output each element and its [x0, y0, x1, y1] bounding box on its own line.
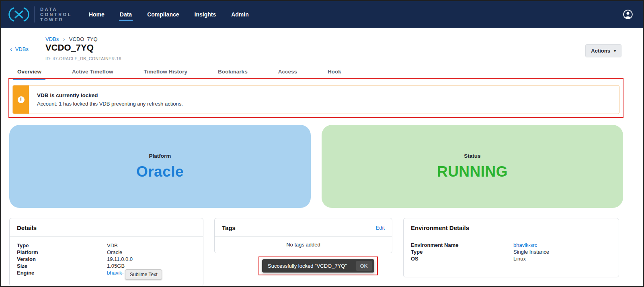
- environment-card-title: Environment Details: [404, 218, 619, 236]
- breadcrumb: VDBs › VCDO_7YQ: [45, 36, 98, 42]
- page-title: VCDO_7YQ: [45, 43, 94, 53]
- chevron-down-icon: ▾: [614, 49, 616, 53]
- detail-value: 19.11.0.0.0: [107, 256, 133, 263]
- top-navbar: DATA CONTROL TOWER Home Data Compliance …: [1, 1, 643, 28]
- details-card-title: Details: [10, 218, 203, 237]
- detail-row-size: Size 1.05GB: [17, 263, 196, 269]
- environment-name-link[interactable]: bhavik-src: [513, 242, 537, 248]
- brand-divider: [34, 6, 35, 22]
- breadcrumb-separator-icon: ›: [63, 36, 65, 42]
- sublime-text-tooltip: Sublime Text: [125, 269, 162, 280]
- detail-label: Version: [17, 256, 107, 263]
- platform-card-value: Oracle: [136, 163, 184, 180]
- detail-value: Oracle: [107, 249, 122, 256]
- detail-value: 1.05GB: [107, 263, 125, 269]
- breadcrumb-current: VCDO_7YQ: [69, 36, 98, 42]
- detail-label: Size: [17, 263, 107, 269]
- status-card-label: Status: [464, 153, 480, 159]
- detail-label: Platform: [17, 249, 107, 256]
- brand-line-3: TOWER: [40, 17, 72, 22]
- delphix-logo-icon[interactable]: [8, 6, 29, 23]
- nav-item-compliance[interactable]: Compliance: [146, 8, 180, 21]
- main-nav: Home Data Compliance Insights Admin: [88, 1, 250, 28]
- toast-ok-button[interactable]: OK: [356, 261, 372, 271]
- env-label: Environment Name: [411, 242, 513, 248]
- env-row-name: Environment Name bhavik-src: [411, 242, 611, 248]
- tags-empty-text: No tags added: [215, 237, 392, 252]
- nav-item-home[interactable]: Home: [88, 8, 105, 21]
- breadcrumb-root-link[interactable]: VDBs: [45, 36, 59, 42]
- page-id-label: ID: 47-ORACLE_DB_CONTAINER-16: [45, 56, 121, 61]
- engine-link[interactable]: bhavik-: [107, 269, 124, 276]
- env-value: Single Instance: [513, 248, 549, 255]
- tags-edit-link[interactable]: Edit: [376, 225, 385, 231]
- env-row-type: Type Single Instance: [411, 248, 611, 255]
- status-card-value: RUNNING: [437, 163, 508, 180]
- platform-card-label: Platform: [149, 153, 171, 159]
- nav-item-insights[interactable]: Insights: [194, 8, 217, 21]
- actions-button-label: Actions: [591, 48, 610, 54]
- tags-card: Tags Edit No tags added: [214, 218, 392, 253]
- environment-details-card: Environment Details Environment Name bha…: [403, 218, 619, 277]
- detail-row-version: Version 19.11.0.0.0: [17, 256, 196, 263]
- platform-card: Platform Oracle: [9, 125, 311, 208]
- brand-line-2: CONTROL: [40, 12, 72, 17]
- detail-row-platform: Platform Oracle: [17, 249, 196, 256]
- env-label: OS: [411, 255, 513, 262]
- chevron-left-icon: ‹: [10, 47, 12, 52]
- exclamation-icon: !: [18, 96, 25, 103]
- app-window: DATA CONTROL TOWER Home Data Compliance …: [0, 0, 644, 287]
- alert-annotation-box: ! VDB is currently locked Account: 1 has…: [8, 78, 623, 118]
- nav-item-admin[interactable]: Admin: [230, 8, 250, 21]
- env-label: Type: [411, 248, 513, 255]
- alert-message: Account: 1 has locked this VDB preventin…: [37, 101, 183, 107]
- back-link-label: VDBs: [15, 46, 29, 52]
- detail-value: VDB: [107, 242, 118, 249]
- toast-annotation-box: Successfully locked "VCDO_7YQ" OK: [258, 256, 378, 275]
- summary-cards: Platform Oracle Status RUNNING: [9, 125, 623, 208]
- brand-line-1: DATA: [40, 7, 72, 12]
- detail-label: Engine: [17, 269, 107, 276]
- success-toast: Successfully locked "VCDO_7YQ" OK: [262, 259, 374, 273]
- alert-title: VDB is currently locked: [37, 92, 183, 98]
- vdb-locked-alert: ! VDB is currently locked Account: 1 has…: [12, 85, 619, 114]
- alert-content: VDB is currently locked Account: 1 has l…: [29, 85, 191, 114]
- nav-item-data[interactable]: Data: [119, 8, 133, 21]
- actions-button[interactable]: Actions ▾: [585, 44, 621, 57]
- user-account-icon[interactable]: [623, 9, 633, 20]
- alert-icon-block: !: [13, 85, 29, 114]
- details-rows: Type VDB Platform Oracle Version 19.11.0…: [10, 237, 203, 276]
- env-row-os: OS Linux: [411, 255, 611, 262]
- tags-card-header: Tags Edit: [215, 218, 392, 237]
- environment-rows: Environment Name bhavik-src Type Single …: [404, 236, 619, 262]
- detail-label: Type: [17, 242, 107, 249]
- status-card: Status RUNNING: [322, 125, 623, 208]
- env-value: Linux: [513, 255, 526, 262]
- brand-text: DATA CONTROL TOWER: [40, 7, 72, 22]
- back-to-vdbs-link[interactable]: ‹ VDBs: [10, 46, 29, 52]
- detail-row-type: Type VDB: [17, 242, 196, 249]
- detail-row-engine: Engine bhavik-: [17, 269, 196, 276]
- details-card: Details Type VDB Platform Oracle Version…: [9, 218, 203, 286]
- tags-card-title: Tags: [222, 224, 236, 231]
- toast-message: Successfully locked "VCDO_7YQ": [268, 263, 347, 269]
